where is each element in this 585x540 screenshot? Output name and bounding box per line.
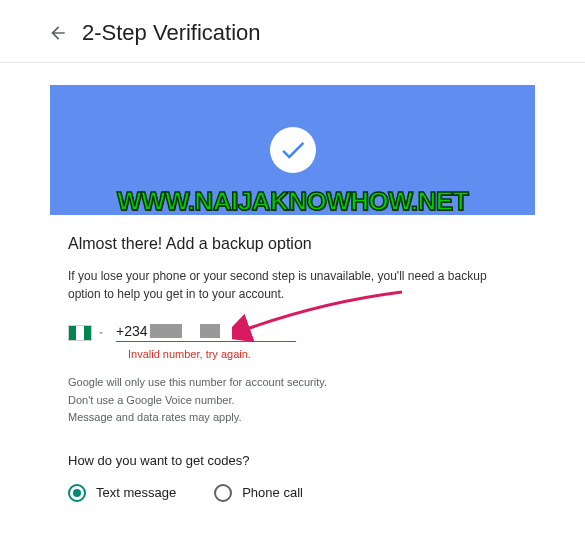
radio-phone-call[interactable]: Phone call bbox=[214, 484, 303, 502]
country-selector[interactable] bbox=[68, 324, 106, 342]
radio-icon bbox=[214, 484, 232, 502]
section-title: Almost there! Add a backup option bbox=[68, 235, 517, 253]
helper-line: Message and data rates may apply. bbox=[68, 409, 517, 427]
banner bbox=[50, 85, 535, 215]
section-description: If you lose your phone or your second st… bbox=[68, 267, 517, 303]
redacted-block bbox=[200, 324, 220, 338]
page-header: 2-Step Verification bbox=[0, 0, 585, 63]
setup-card: Almost there! Add a backup option If you… bbox=[50, 85, 535, 540]
helper-text: Google will only use this number for acc… bbox=[68, 374, 517, 427]
helper-line: Don't use a Google Voice number. bbox=[68, 392, 517, 410]
page-title: 2-Step Verification bbox=[82, 20, 261, 46]
radio-label: Text message bbox=[96, 485, 176, 500]
radio-group: Text message Phone call bbox=[68, 484, 517, 502]
radio-label: Phone call bbox=[242, 485, 303, 500]
checkmark-icon bbox=[270, 127, 316, 173]
radio-text-message[interactable]: Text message bbox=[68, 484, 176, 502]
phone-prefix: +234 bbox=[116, 323, 148, 339]
back-arrow-icon[interactable] bbox=[48, 23, 68, 43]
codes-question: How do you want to get codes? bbox=[68, 453, 517, 468]
phone-row: +234 bbox=[68, 323, 517, 342]
error-message: Invalid number, try again. bbox=[128, 348, 517, 360]
chevron-down-icon bbox=[96, 324, 106, 342]
flag-nigeria-icon bbox=[68, 325, 92, 341]
phone-input[interactable]: +234 bbox=[116, 323, 296, 342]
radio-icon bbox=[68, 484, 86, 502]
card-body: Almost there! Add a backup option If you… bbox=[50, 215, 535, 540]
helper-line: Google will only use this number for acc… bbox=[68, 374, 517, 392]
redacted-block bbox=[150, 324, 182, 338]
